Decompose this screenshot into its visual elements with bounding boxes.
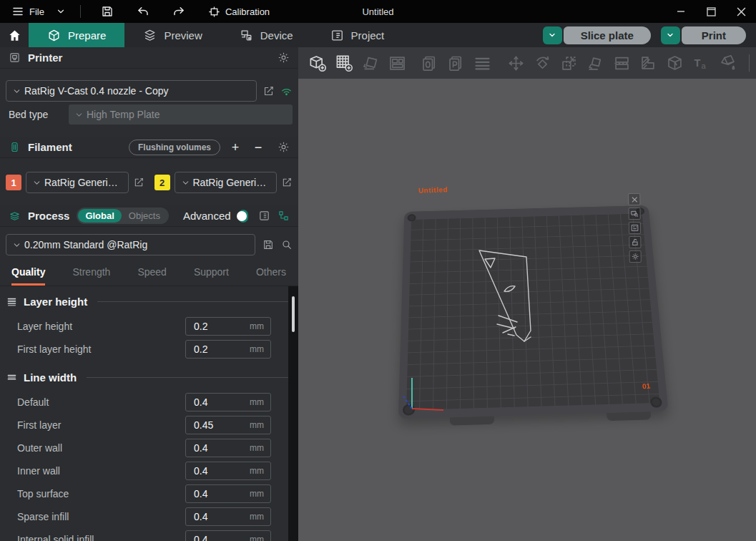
- maximize-button[interactable]: [696, 0, 726, 23]
- scope-global-option[interactable]: Global: [78, 209, 121, 223]
- sidebar-scrollbar-thumb[interactable]: [292, 296, 295, 332]
- param-label: Default: [0, 396, 185, 408]
- print-button[interactable]: Print: [682, 26, 746, 44]
- param-unit: mm: [250, 321, 270, 331]
- redo-button[interactable]: [168, 2, 190, 21]
- svg-text:T: T: [694, 57, 700, 69]
- boolean-mesh-icon[interactable]: [665, 54, 684, 73]
- parameter-table-icon[interactable]: [258, 210, 270, 222]
- top-surface-line-width-input[interactable]: 0.4 mm: [185, 484, 271, 503]
- maximize-icon: [707, 7, 716, 16]
- slice-options-button[interactable]: [543, 26, 562, 44]
- outer-wall-line-width-input[interactable]: 0.4 mm: [185, 439, 271, 457]
- viewport-canvas[interactable]: Untitled 01: [298, 79, 756, 541]
- build-plate[interactable]: [398, 205, 669, 419]
- sidebar-scrollbar[interactable]: [288, 286, 298, 541]
- scope-objects-option[interactable]: Objects: [122, 209, 167, 223]
- first-layer-line-width-input[interactable]: 0.45 mm: [185, 416, 271, 434]
- svg-text:a: a: [702, 62, 707, 70]
- printer-section-header: Printer: [0, 47, 298, 69]
- move-tool-icon[interactable]: [506, 54, 526, 73]
- print-options-button[interactable]: [661, 26, 680, 44]
- filament-section-header: Filament Flushing volumes + −: [0, 137, 298, 158]
- tab-speed[interactable]: Speed: [137, 262, 166, 286]
- calibration-label: Calibration: [225, 6, 270, 17]
- plate-settings-gear-icon[interactable]: [629, 250, 642, 263]
- parameters-panel: Layer height Layer height 0.2 mm First l…: [0, 286, 298, 541]
- tab-support[interactable]: Support: [194, 262, 229, 286]
- default-line-width-input[interactable]: 0.4 mm: [185, 393, 271, 411]
- support-paint-icon[interactable]: [639, 54, 658, 73]
- layer-height-input[interactable]: 0.2 mm: [185, 317, 271, 336]
- cut-tool-icon[interactable]: [612, 54, 632, 73]
- layers-view-icon[interactable]: [473, 54, 492, 73]
- param-label: Layer height: [0, 321, 185, 332]
- bed-type-label: Bed type: [6, 109, 69, 120]
- plate-lock-icon[interactable]: [629, 236, 641, 248]
- file-menu-chevron[interactable]: [51, 4, 70, 19]
- bed-type-select[interactable]: High Temp Plate: [69, 104, 293, 125]
- tab-preview[interactable]: Preview: [124, 23, 220, 47]
- auto-arrange-icon[interactable]: [388, 54, 407, 73]
- lay-on-face-icon[interactable]: [586, 54, 605, 73]
- viewport-3d[interactable]: Ta: [298, 47, 756, 541]
- param-unit: mm: [250, 344, 270, 354]
- text-tool-icon[interactable]: Ta: [692, 54, 711, 73]
- filament-2-select[interactable]: RatRig Generic PLA: [175, 172, 278, 193]
- split-objects-icon[interactable]: [420, 54, 439, 73]
- inner-wall-line-width-input[interactable]: 0.4 mm: [185, 462, 271, 480]
- save-preset-icon[interactable]: [262, 239, 274, 250]
- file-menu-button[interactable]: File: [7, 2, 49, 21]
- param-unit: mm: [250, 443, 270, 453]
- printer-settings-gear-icon[interactable]: [278, 52, 290, 64]
- color-paint-icon[interactable]: [718, 54, 737, 73]
- slice-plate-button[interactable]: Slice plate: [564, 26, 651, 44]
- remove-filament-button[interactable]: −: [250, 141, 266, 154]
- line-width-group-header: Line width: [0, 368, 298, 386]
- scale-tool-icon[interactable]: [559, 54, 579, 73]
- tab-preview-label: Preview: [164, 29, 202, 42]
- plate-zoom-icon[interactable]: [629, 208, 641, 220]
- rotate-tool-icon[interactable]: [533, 54, 552, 73]
- compare-presets-icon[interactable]: [278, 210, 290, 222]
- undo-button[interactable]: [132, 2, 154, 21]
- add-object-icon[interactable]: [308, 54, 328, 73]
- tab-device[interactable]: Device: [221, 23, 312, 47]
- save-button[interactable]: [97, 2, 118, 21]
- chevron-down-icon: [181, 178, 190, 187]
- flushing-volumes-button[interactable]: Flushing volumes: [129, 140, 220, 155]
- tab-project[interactable]: Project: [312, 23, 403, 47]
- plate-arrange-icon[interactable]: [629, 222, 641, 234]
- add-filament-button[interactable]: +: [227, 141, 243, 154]
- close-button[interactable]: [726, 0, 756, 23]
- tabbar: Prepare Preview Device Project Slice pla…: [0, 23, 756, 47]
- process-scope-toggle[interactable]: Global Objects: [77, 208, 169, 224]
- edit-printer-icon[interactable]: [262, 85, 275, 97]
- tab-prepare[interactable]: Prepare: [29, 23, 124, 47]
- edit-filament-1-icon[interactable]: [133, 177, 144, 188]
- advanced-toggle[interactable]: [238, 210, 248, 223]
- process-preset-select[interactable]: 0.20mm Standard @RatRig: [6, 234, 255, 255]
- auto-orient-icon[interactable]: [361, 54, 381, 73]
- printer-preset-select[interactable]: RatRig V-Cast 0.4 nozzle - Copy: [6, 80, 257, 102]
- home-button[interactable]: [0, 23, 29, 47]
- first-layer-height-input[interactable]: 0.2 mm: [185, 340, 271, 359]
- filament-1-select[interactable]: RatRig Generic PLA: [26, 172, 129, 193]
- tab-others[interactable]: Others: [256, 262, 286, 286]
- search-preset-icon[interactable]: [281, 239, 293, 250]
- chevron-down-icon: [74, 110, 84, 120]
- calibration-button[interactable]: Calibration: [204, 3, 274, 21]
- filament-settings-gear-icon[interactable]: [278, 141, 290, 153]
- print-group: Print: [661, 26, 746, 44]
- delete-plate-icon[interactable]: [628, 193, 640, 205]
- printer-connection-wifi-icon[interactable]: [280, 85, 293, 97]
- split-parts-icon[interactable]: [446, 54, 466, 73]
- sparse-infill-line-width-input[interactable]: 0.4 mm: [185, 507, 271, 526]
- edit-filament-2-icon[interactable]: [281, 177, 293, 188]
- minimize-button[interactable]: [666, 0, 696, 23]
- tab-quality[interactable]: Quality: [11, 262, 45, 286]
- internal-solid-infill-line-width-input[interactable]: 0.4 mm: [185, 530, 271, 541]
- add-plate-icon[interactable]: [335, 54, 354, 73]
- process-layers-icon: [9, 210, 21, 222]
- tab-strength[interactable]: Strength: [72, 262, 110, 286]
